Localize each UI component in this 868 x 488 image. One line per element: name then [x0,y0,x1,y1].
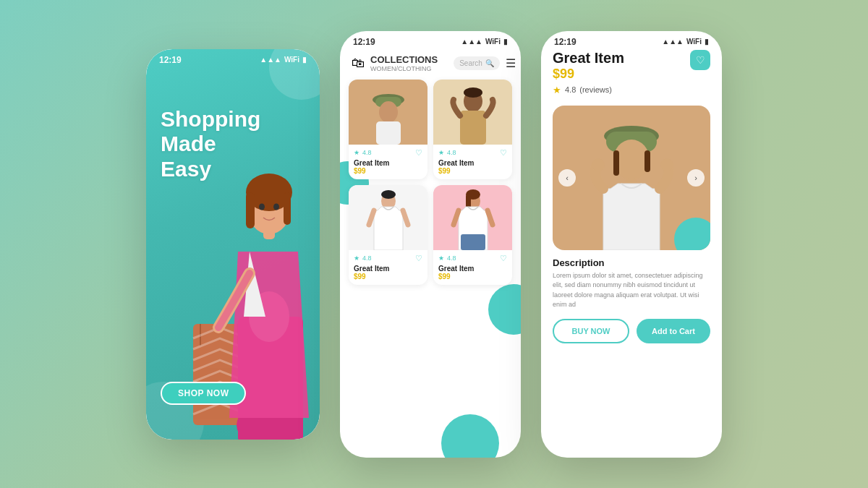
battery-icon-2: ▮ [503,38,508,46]
figure-4-svg [441,185,506,250]
product-info-3: ★ 4.8 ♡ Great Item $99 [349,250,427,285]
battery-icon-3: ▮ [705,38,709,46]
detail-star-icon: ★ [553,85,561,95]
product-image-1 [349,80,427,145]
star-icon-2: ★ [438,149,444,156]
product-name-2: Great Item [438,159,507,167]
product-card-3[interactable]: ★ 4.8 ♡ Great Item $99 [349,185,427,285]
product-price-3: $99 [354,273,422,281]
shop-now-button[interactable]: SHOP NOW [161,382,246,405]
deco-circle-bottom [441,414,499,458]
detail-title: Great Item [553,50,624,67]
star-icon-3: ★ [354,254,359,262]
description-section: Description Lorem ipsum dolor sit amet, … [553,257,710,310]
svg-rect-19 [460,111,486,145]
figure-1-svg [356,80,421,145]
detail-rating-num: 4.8 [565,85,576,94]
detail-image-area: ‹ › [553,106,710,250]
carousel-prev-button[interactable]: ‹ [558,169,576,187]
svg-point-15 [379,101,398,123]
svg-rect-9 [246,192,255,228]
wifi-icon-3: WiFi [686,38,702,46]
detail-rating: ★ 4.8 (reviews) [553,85,624,95]
star-icon-1: ★ [354,149,359,156]
heart-icon-4[interactable]: ♡ [500,254,507,263]
svg-rect-30 [644,150,650,172]
products-grid: ★ 4.8 ♡ Great Item $99 [340,80,521,285]
deco-circle-right [488,284,521,335]
phone-2-header: 🛍 COLLECTIONS WOMEN/CLOTHING Search 🔍 ☰ [340,50,521,80]
carousel-next-button[interactable]: › [687,169,705,187]
star-icon-4: ★ [438,254,444,262]
svg-point-21 [381,190,396,199]
menu-icon[interactable]: ☰ [506,56,516,70]
figure-2-svg [441,80,506,145]
hero-text: ShoppingMadeEasy [161,107,260,182]
product-card-4[interactable]: ★ 4.8 ♡ Great Item $99 [433,185,512,285]
heart-icon-3[interactable]: ♡ [415,254,422,263]
collections-title: COLLECTIONS [370,54,438,65]
chevron-left-icon: ‹ [566,174,569,182]
product-rating-2: ★ 4.8 ♡ [438,148,507,158]
product-price-2: $99 [438,167,507,175]
product-info-2: ★ 4.8 ♡ Great Item $99 [433,145,512,179]
product-detail-header: Great Item $99 ★ 4.8 (reviews) ♡ [553,50,710,103]
status-bar-3: 12:19 ▲▲▲ WiFi ▮ [541,31,722,50]
phone-1-frame: 12:19 ▲▲▲ WiFi ▮ ShoppingMadeEasy [146,49,320,440]
action-buttons: BUY NOW Add to Cart [553,319,710,343]
product-name-1: Great Item [354,159,422,167]
product-card-2[interactable]: ★ 4.8 ♡ Great Item $99 [433,80,512,179]
svg-rect-10 [284,192,291,225]
status-icons-1: ▲▲▲ WiFi ▮ [260,56,307,64]
collections-sub: WOMEN/CLOTHING [370,65,438,72]
phone-2-frame: 12:19 ▲▲▲ WiFi ▮ 🛍 COLLECTIONS WOMEN/CLO… [340,31,521,458]
detail-heart-icon: ♡ [696,54,705,66]
bag-icon: 🛍 [352,56,365,71]
status-icons-3: ▲▲▲ WiFi ▮ [662,38,709,46]
rating-num-3: 4.8 [362,254,372,262]
status-bar-2: 12:19 ▲▲▲ WiFi ▮ [340,31,521,50]
chevron-right-icon: › [694,174,697,182]
detail-rating-label: (reviews) [579,85,612,94]
product-card-1[interactable]: ★ 4.8 ♡ Great Item $99 [349,80,427,179]
phone-3-frame: 12:19 ▲▲▲ WiFi ▮ Great Item $99 ★ 4.8 (r… [541,31,722,458]
product-price-4: $99 [438,273,507,281]
heart-icon-1[interactable]: ♡ [415,148,422,158]
signal-icon-3: ▲▲▲ [662,38,684,46]
wifi-icon-1: WiFi [284,56,299,64]
add-to-cart-button[interactable]: Add to Cart [637,319,710,343]
svg-rect-25 [461,234,485,250]
product-info-4: ★ 4.8 ♡ Great Item $99 [433,250,512,285]
detail-heart-button[interactable]: ♡ [690,50,710,70]
svg-point-18 [464,87,482,98]
signal-icon-2: ▲▲▲ [461,38,482,46]
product-image-4 [433,185,512,250]
rating-num-1: 4.8 [362,149,372,156]
status-time-1: 12:19 [159,55,182,65]
product-name-4: Great Item [438,265,507,273]
detail-price: $99 [553,67,624,82]
search-box[interactable]: Search 🔍 [454,56,500,70]
svg-rect-29 [613,150,619,176]
status-icons-2: ▲▲▲ WiFi ▮ [461,38,508,46]
rating-num-4: 4.8 [447,254,456,262]
heart-icon-2[interactable]: ♡ [500,148,507,158]
battery-icon-1: ▮ [302,56,307,64]
search-placeholder: Search [459,59,482,67]
rating-num-2: 4.8 [447,149,456,156]
product-rating-4: ★ 4.8 ♡ [438,254,507,263]
phone-3-content: Great Item $99 ★ 4.8 (reviews) ♡ [541,50,722,343]
product-info-1: ★ 4.8 ♡ Great Item $99 [349,145,427,179]
product-image-2 [433,80,512,145]
wifi-icon-2: WiFi [485,38,501,46]
search-icon: 🔍 [485,59,494,67]
product-rating-3: ★ 4.8 ♡ [354,254,422,263]
svg-point-33 [660,158,673,171]
status-time-3: 12:19 [554,37,576,47]
svg-rect-16 [376,121,401,145]
product-rating-1: ★ 4.8 ♡ [354,148,422,158]
buy-now-button[interactable]: BUY NOW [553,319,629,343]
product-price-1: $99 [354,167,422,175]
description-text: Lorem ipsum dolor sit amet, consectetuer… [553,271,710,310]
signal-icon-1: ▲▲▲ [260,56,281,64]
